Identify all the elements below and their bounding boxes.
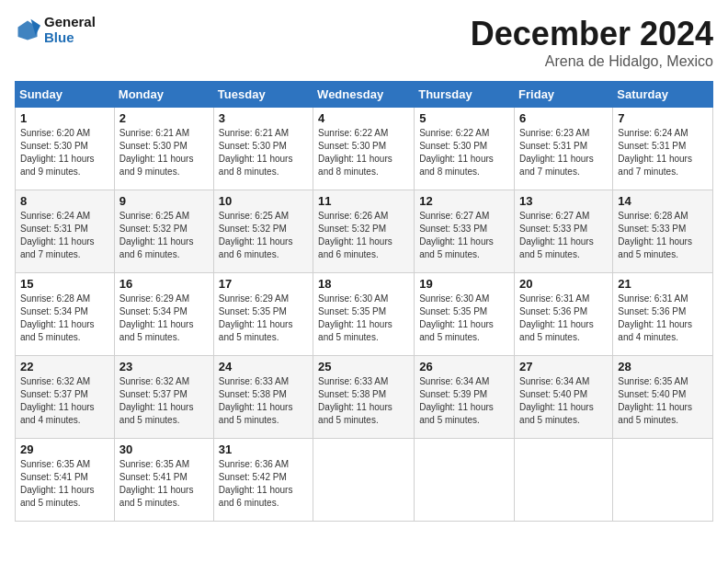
day-number: 18: [318, 277, 409, 291]
day-number: 25: [318, 360, 409, 373]
calendar-day-cell: 27Sunrise: 6:34 AM Sunset: 5:40 PM Dayli…: [515, 356, 613, 439]
calendar-day-cell: 12Sunrise: 6:27 AM Sunset: 5:33 PM Dayli…: [415, 190, 515, 273]
day-info: Sunrise: 6:30 AM Sunset: 5:35 PM Dayligh…: [318, 293, 409, 344]
calendar-week-row: 8Sunrise: 6:24 AM Sunset: 5:31 PM Daylig…: [16, 190, 713, 273]
day-info: Sunrise: 6:34 AM Sunset: 5:39 PM Dayligh…: [419, 375, 509, 427]
calendar-day-cell: 3Sunrise: 6:21 AM Sunset: 5:30 PM Daylig…: [213, 108, 313, 190]
location-subtitle: Arena de Hidalgo, Mexico: [471, 53, 713, 70]
day-number: 14: [618, 194, 708, 208]
day-info: Sunrise: 6:27 AM Sunset: 5:33 PM Dayligh…: [419, 210, 509, 261]
calendar-day-cell: 31Sunrise: 6:36 AM Sunset: 5:42 PM Dayli…: [213, 439, 313, 522]
calendar-day-cell: 14Sunrise: 6:28 AM Sunset: 5:33 PM Dayli…: [613, 190, 713, 273]
calendar-day-cell: 4Sunrise: 6:22 AM Sunset: 5:30 PM Daylig…: [313, 108, 415, 190]
calendar-day-cell: 17Sunrise: 6:29 AM Sunset: 5:35 PM Dayli…: [213, 273, 313, 356]
calendar-day-cell: 15Sunrise: 6:28 AM Sunset: 5:34 PM Dayli…: [16, 273, 115, 356]
weekday-header-cell: Tuesday: [213, 82, 313, 108]
day-number: 23: [119, 360, 209, 373]
day-info: Sunrise: 6:35 AM Sunset: 5:41 PM Dayligh…: [20, 458, 109, 510]
day-info: Sunrise: 6:22 AM Sunset: 5:30 PM Dayligh…: [318, 127, 409, 178]
day-number: 15: [20, 277, 109, 291]
calendar-day-cell: 19Sunrise: 6:30 AM Sunset: 5:35 PM Dayli…: [415, 273, 515, 356]
day-number: 5: [419, 111, 509, 125]
day-number: 28: [618, 360, 708, 373]
day-info: Sunrise: 6:33 AM Sunset: 5:38 PM Dayligh…: [219, 375, 308, 427]
calendar-week-row: 29Sunrise: 6:35 AM Sunset: 5:41 PM Dayli…: [16, 439, 713, 522]
calendar-day-cell: 7Sunrise: 6:24 AM Sunset: 5:31 PM Daylig…: [613, 108, 713, 190]
day-number: 31: [219, 442, 308, 456]
calendar-day-cell: [515, 439, 613, 522]
day-number: 26: [419, 360, 509, 373]
calendar-day-cell: 2Sunrise: 6:21 AM Sunset: 5:30 PM Daylig…: [114, 108, 213, 190]
title-area: December 2024 Arena de Hidalgo, Mexico: [471, 15, 713, 70]
calendar-day-cell: 16Sunrise: 6:29 AM Sunset: 5:34 PM Dayli…: [114, 273, 213, 356]
day-number: 7: [618, 111, 708, 125]
calendar-day-cell: 23Sunrise: 6:32 AM Sunset: 5:37 PM Dayli…: [114, 356, 213, 439]
weekday-header-cell: Sunday: [16, 82, 115, 108]
day-info: Sunrise: 6:29 AM Sunset: 5:34 PM Dayligh…: [119, 293, 209, 344]
calendar-day-cell: 20Sunrise: 6:31 AM Sunset: 5:36 PM Dayli…: [515, 273, 613, 356]
day-info: Sunrise: 6:28 AM Sunset: 5:34 PM Dayligh…: [20, 293, 109, 344]
calendar-week-row: 15Sunrise: 6:28 AM Sunset: 5:34 PM Dayli…: [16, 273, 713, 356]
day-number: 13: [519, 194, 608, 208]
day-number: 11: [318, 194, 409, 208]
day-number: 27: [519, 360, 608, 373]
day-info: Sunrise: 6:34 AM Sunset: 5:40 PM Dayligh…: [519, 375, 608, 427]
day-number: 9: [119, 194, 209, 208]
month-title: December 2024: [471, 15, 713, 53]
calendar-week-row: 1Sunrise: 6:20 AM Sunset: 5:30 PM Daylig…: [16, 108, 713, 190]
day-info: Sunrise: 6:32 AM Sunset: 5:37 PM Dayligh…: [119, 375, 209, 427]
day-info: Sunrise: 6:26 AM Sunset: 5:32 PM Dayligh…: [318, 210, 409, 261]
weekday-header-cell: Saturday: [613, 82, 713, 108]
calendar-day-cell: 29Sunrise: 6:35 AM Sunset: 5:41 PM Dayli…: [16, 439, 115, 522]
logo-icon: [15, 17, 40, 43]
day-info: Sunrise: 6:35 AM Sunset: 5:41 PM Dayligh…: [119, 458, 209, 510]
day-info: Sunrise: 6:24 AM Sunset: 5:31 PM Dayligh…: [618, 127, 708, 178]
calendar-day-cell: 22Sunrise: 6:32 AM Sunset: 5:37 PM Dayli…: [16, 356, 115, 439]
weekday-header-cell: Thursday: [415, 82, 515, 108]
calendar-day-cell: 30Sunrise: 6:35 AM Sunset: 5:41 PM Dayli…: [114, 439, 213, 522]
calendar-day-cell: 1Sunrise: 6:20 AM Sunset: 5:30 PM Daylig…: [16, 108, 115, 190]
day-number: 6: [519, 111, 608, 125]
calendar-day-cell: 21Sunrise: 6:31 AM Sunset: 5:36 PM Dayli…: [613, 273, 713, 356]
day-info: Sunrise: 6:21 AM Sunset: 5:30 PM Dayligh…: [219, 127, 308, 178]
weekday-header-cell: Friday: [515, 82, 613, 108]
calendar-day-cell: 10Sunrise: 6:25 AM Sunset: 5:32 PM Dayli…: [213, 190, 313, 273]
day-number: 21: [618, 277, 708, 291]
day-info: Sunrise: 6:31 AM Sunset: 5:36 PM Dayligh…: [519, 293, 608, 344]
day-number: 4: [318, 111, 409, 125]
calendar-day-cell: 26Sunrise: 6:34 AM Sunset: 5:39 PM Dayli…: [415, 356, 515, 439]
day-info: Sunrise: 6:23 AM Sunset: 5:31 PM Dayligh…: [519, 127, 608, 178]
day-number: 20: [519, 277, 608, 291]
calendar-day-cell: 24Sunrise: 6:33 AM Sunset: 5:38 PM Dayli…: [213, 356, 313, 439]
day-info: Sunrise: 6:20 AM Sunset: 5:30 PM Dayligh…: [20, 127, 109, 178]
day-info: Sunrise: 6:29 AM Sunset: 5:35 PM Dayligh…: [219, 293, 308, 344]
day-info: Sunrise: 6:25 AM Sunset: 5:32 PM Dayligh…: [219, 210, 308, 261]
weekday-header-cell: Wednesday: [313, 82, 415, 108]
day-info: Sunrise: 6:24 AM Sunset: 5:31 PM Dayligh…: [20, 210, 109, 261]
calendar-day-cell: 5Sunrise: 6:22 AM Sunset: 5:30 PM Daylig…: [415, 108, 515, 190]
day-info: Sunrise: 6:21 AM Sunset: 5:30 PM Dayligh…: [119, 127, 209, 178]
day-info: Sunrise: 6:32 AM Sunset: 5:37 PM Dayligh…: [20, 375, 109, 427]
day-number: 12: [419, 194, 509, 208]
day-number: 1: [20, 111, 109, 125]
calendar-day-cell: [415, 439, 515, 522]
calendar-day-cell: [313, 439, 415, 522]
day-number: 10: [219, 194, 308, 208]
day-number: 2: [119, 111, 209, 125]
logo: General Blue: [15, 15, 96, 45]
day-number: 24: [219, 360, 308, 373]
calendar-day-cell: [613, 439, 713, 522]
day-number: 3: [219, 111, 308, 125]
day-number: 17: [219, 277, 308, 291]
day-info: Sunrise: 6:31 AM Sunset: 5:36 PM Dayligh…: [618, 293, 708, 344]
day-info: Sunrise: 6:36 AM Sunset: 5:42 PM Dayligh…: [219, 458, 308, 510]
day-number: 30: [119, 442, 209, 456]
calendar-day-cell: 13Sunrise: 6:27 AM Sunset: 5:33 PM Dayli…: [515, 190, 613, 273]
day-number: 22: [20, 360, 109, 373]
calendar-day-cell: 28Sunrise: 6:35 AM Sunset: 5:40 PM Dayli…: [613, 356, 713, 439]
day-number: 29: [20, 442, 109, 456]
calendar-day-cell: 25Sunrise: 6:33 AM Sunset: 5:38 PM Dayli…: [313, 356, 415, 439]
day-info: Sunrise: 6:27 AM Sunset: 5:33 PM Dayligh…: [519, 210, 608, 261]
calendar-day-cell: 9Sunrise: 6:25 AM Sunset: 5:32 PM Daylig…: [114, 190, 213, 273]
calendar-week-row: 22Sunrise: 6:32 AM Sunset: 5:37 PM Dayli…: [16, 356, 713, 439]
